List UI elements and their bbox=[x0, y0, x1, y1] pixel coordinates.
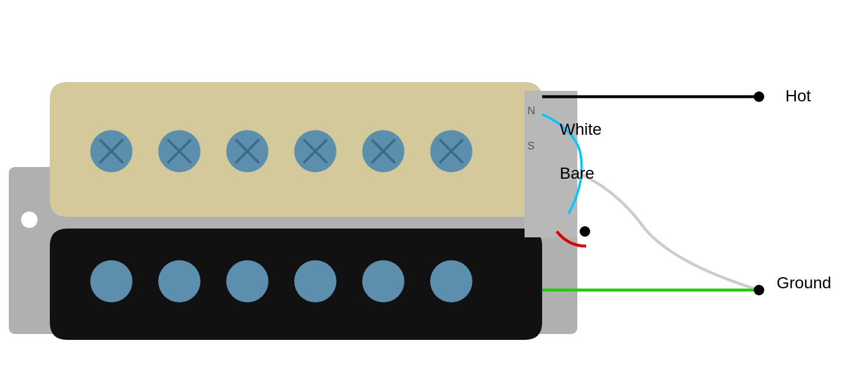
bare-label: Bare bbox=[560, 164, 594, 183]
white-label: White bbox=[560, 120, 602, 139]
pickup-diagram bbox=[0, 0, 868, 385]
ground-label: Ground bbox=[777, 274, 831, 292]
hot-label: Hot bbox=[785, 87, 811, 105]
